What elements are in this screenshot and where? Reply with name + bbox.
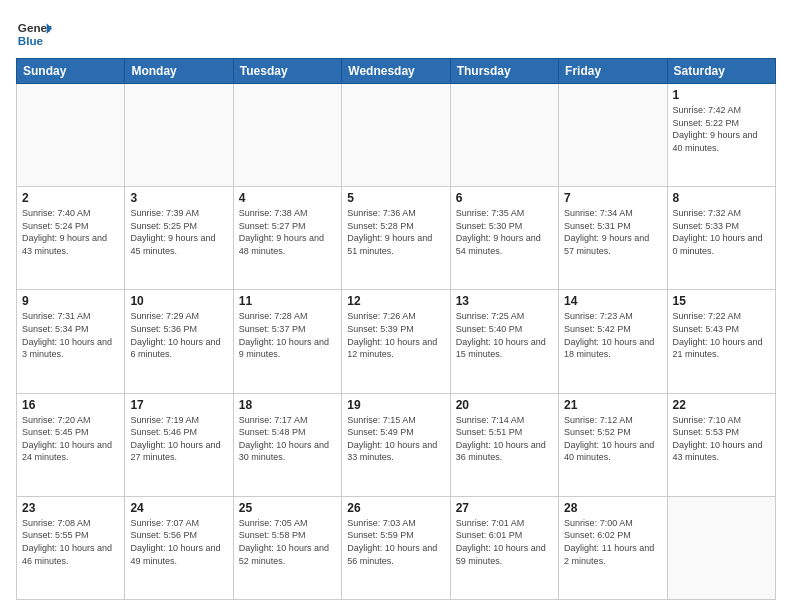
col-header-saturday: Saturday bbox=[667, 59, 775, 84]
day-info: Sunrise: 7:10 AM Sunset: 5:53 PM Dayligh… bbox=[673, 414, 770, 464]
day-number: 16 bbox=[22, 398, 119, 412]
day-number: 20 bbox=[456, 398, 553, 412]
day-number: 14 bbox=[564, 294, 661, 308]
day-info: Sunrise: 7:14 AM Sunset: 5:51 PM Dayligh… bbox=[456, 414, 553, 464]
day-number: 27 bbox=[456, 501, 553, 515]
calendar-cell bbox=[125, 84, 233, 187]
day-info: Sunrise: 7:23 AM Sunset: 5:42 PM Dayligh… bbox=[564, 310, 661, 360]
calendar-cell: 10Sunrise: 7:29 AM Sunset: 5:36 PM Dayli… bbox=[125, 290, 233, 393]
day-number: 26 bbox=[347, 501, 444, 515]
day-number: 28 bbox=[564, 501, 661, 515]
day-info: Sunrise: 7:01 AM Sunset: 6:01 PM Dayligh… bbox=[456, 517, 553, 567]
day-info: Sunrise: 7:31 AM Sunset: 5:34 PM Dayligh… bbox=[22, 310, 119, 360]
day-info: Sunrise: 7:19 AM Sunset: 5:46 PM Dayligh… bbox=[130, 414, 227, 464]
day-info: Sunrise: 7:40 AM Sunset: 5:24 PM Dayligh… bbox=[22, 207, 119, 257]
calendar-cell: 24Sunrise: 7:07 AM Sunset: 5:56 PM Dayli… bbox=[125, 496, 233, 599]
day-info: Sunrise: 7:15 AM Sunset: 5:49 PM Dayligh… bbox=[347, 414, 444, 464]
day-info: Sunrise: 7:32 AM Sunset: 5:33 PM Dayligh… bbox=[673, 207, 770, 257]
calendar-cell bbox=[450, 84, 558, 187]
col-header-sunday: Sunday bbox=[17, 59, 125, 84]
day-number: 3 bbox=[130, 191, 227, 205]
day-number: 24 bbox=[130, 501, 227, 515]
col-header-tuesday: Tuesday bbox=[233, 59, 341, 84]
day-number: 8 bbox=[673, 191, 770, 205]
day-info: Sunrise: 7:12 AM Sunset: 5:52 PM Dayligh… bbox=[564, 414, 661, 464]
day-info: Sunrise: 7:00 AM Sunset: 6:02 PM Dayligh… bbox=[564, 517, 661, 567]
calendar-cell: 16Sunrise: 7:20 AM Sunset: 5:45 PM Dayli… bbox=[17, 393, 125, 496]
day-number: 9 bbox=[22, 294, 119, 308]
day-info: Sunrise: 7:36 AM Sunset: 5:28 PM Dayligh… bbox=[347, 207, 444, 257]
day-number: 17 bbox=[130, 398, 227, 412]
col-header-wednesday: Wednesday bbox=[342, 59, 450, 84]
calendar-cell: 22Sunrise: 7:10 AM Sunset: 5:53 PM Dayli… bbox=[667, 393, 775, 496]
day-number: 23 bbox=[22, 501, 119, 515]
day-info: Sunrise: 7:38 AM Sunset: 5:27 PM Dayligh… bbox=[239, 207, 336, 257]
day-info: Sunrise: 7:07 AM Sunset: 5:56 PM Dayligh… bbox=[130, 517, 227, 567]
calendar-cell: 13Sunrise: 7:25 AM Sunset: 5:40 PM Dayli… bbox=[450, 290, 558, 393]
day-number: 4 bbox=[239, 191, 336, 205]
week-row-1: 2Sunrise: 7:40 AM Sunset: 5:24 PM Daylig… bbox=[17, 187, 776, 290]
day-info: Sunrise: 7:42 AM Sunset: 5:22 PM Dayligh… bbox=[673, 104, 770, 154]
day-number: 12 bbox=[347, 294, 444, 308]
header-row: SundayMondayTuesdayWednesdayThursdayFrid… bbox=[17, 59, 776, 84]
week-row-2: 9Sunrise: 7:31 AM Sunset: 5:34 PM Daylig… bbox=[17, 290, 776, 393]
calendar-table: SundayMondayTuesdayWednesdayThursdayFrid… bbox=[16, 58, 776, 600]
day-number: 5 bbox=[347, 191, 444, 205]
day-info: Sunrise: 7:35 AM Sunset: 5:30 PM Dayligh… bbox=[456, 207, 553, 257]
week-row-3: 16Sunrise: 7:20 AM Sunset: 5:45 PM Dayli… bbox=[17, 393, 776, 496]
calendar-cell: 3Sunrise: 7:39 AM Sunset: 5:25 PM Daylig… bbox=[125, 187, 233, 290]
calendar-cell: 11Sunrise: 7:28 AM Sunset: 5:37 PM Dayli… bbox=[233, 290, 341, 393]
calendar-cell: 25Sunrise: 7:05 AM Sunset: 5:58 PM Dayli… bbox=[233, 496, 341, 599]
day-number: 11 bbox=[239, 294, 336, 308]
calendar-cell: 19Sunrise: 7:15 AM Sunset: 5:49 PM Dayli… bbox=[342, 393, 450, 496]
calendar-cell: 4Sunrise: 7:38 AM Sunset: 5:27 PM Daylig… bbox=[233, 187, 341, 290]
calendar-cell: 9Sunrise: 7:31 AM Sunset: 5:34 PM Daylig… bbox=[17, 290, 125, 393]
calendar-cell: 27Sunrise: 7:01 AM Sunset: 6:01 PM Dayli… bbox=[450, 496, 558, 599]
day-info: Sunrise: 7:20 AM Sunset: 5:45 PM Dayligh… bbox=[22, 414, 119, 464]
calendar-cell: 15Sunrise: 7:22 AM Sunset: 5:43 PM Dayli… bbox=[667, 290, 775, 393]
day-info: Sunrise: 7:26 AM Sunset: 5:39 PM Dayligh… bbox=[347, 310, 444, 360]
day-number: 2 bbox=[22, 191, 119, 205]
logo: General Blue bbox=[16, 16, 54, 52]
calendar-cell: 7Sunrise: 7:34 AM Sunset: 5:31 PM Daylig… bbox=[559, 187, 667, 290]
day-info: Sunrise: 7:05 AM Sunset: 5:58 PM Dayligh… bbox=[239, 517, 336, 567]
day-number: 19 bbox=[347, 398, 444, 412]
calendar-cell: 17Sunrise: 7:19 AM Sunset: 5:46 PM Dayli… bbox=[125, 393, 233, 496]
calendar-cell: 1Sunrise: 7:42 AM Sunset: 5:22 PM Daylig… bbox=[667, 84, 775, 187]
day-info: Sunrise: 7:29 AM Sunset: 5:36 PM Dayligh… bbox=[130, 310, 227, 360]
col-header-friday: Friday bbox=[559, 59, 667, 84]
col-header-monday: Monday bbox=[125, 59, 233, 84]
calendar-cell: 21Sunrise: 7:12 AM Sunset: 5:52 PM Dayli… bbox=[559, 393, 667, 496]
col-header-thursday: Thursday bbox=[450, 59, 558, 84]
day-info: Sunrise: 7:03 AM Sunset: 5:59 PM Dayligh… bbox=[347, 517, 444, 567]
day-number: 25 bbox=[239, 501, 336, 515]
day-info: Sunrise: 7:17 AM Sunset: 5:48 PM Dayligh… bbox=[239, 414, 336, 464]
day-number: 18 bbox=[239, 398, 336, 412]
calendar-cell: 12Sunrise: 7:26 AM Sunset: 5:39 PM Dayli… bbox=[342, 290, 450, 393]
day-number: 7 bbox=[564, 191, 661, 205]
calendar-cell bbox=[342, 84, 450, 187]
calendar-cell: 28Sunrise: 7:00 AM Sunset: 6:02 PM Dayli… bbox=[559, 496, 667, 599]
day-number: 21 bbox=[564, 398, 661, 412]
calendar-cell: 5Sunrise: 7:36 AM Sunset: 5:28 PM Daylig… bbox=[342, 187, 450, 290]
week-row-4: 23Sunrise: 7:08 AM Sunset: 5:55 PM Dayli… bbox=[17, 496, 776, 599]
header: General Blue bbox=[16, 12, 776, 52]
calendar-cell: 18Sunrise: 7:17 AM Sunset: 5:48 PM Dayli… bbox=[233, 393, 341, 496]
svg-text:Blue: Blue bbox=[18, 34, 44, 47]
day-info: Sunrise: 7:22 AM Sunset: 5:43 PM Dayligh… bbox=[673, 310, 770, 360]
calendar-cell bbox=[667, 496, 775, 599]
day-info: Sunrise: 7:39 AM Sunset: 5:25 PM Dayligh… bbox=[130, 207, 227, 257]
day-number: 15 bbox=[673, 294, 770, 308]
day-number: 1 bbox=[673, 88, 770, 102]
page: General Blue SundayMondayTuesdayWednesda… bbox=[0, 0, 792, 612]
day-number: 6 bbox=[456, 191, 553, 205]
calendar-cell bbox=[233, 84, 341, 187]
calendar-cell: 20Sunrise: 7:14 AM Sunset: 5:51 PM Dayli… bbox=[450, 393, 558, 496]
calendar-cell: 26Sunrise: 7:03 AM Sunset: 5:59 PM Dayli… bbox=[342, 496, 450, 599]
day-info: Sunrise: 7:08 AM Sunset: 5:55 PM Dayligh… bbox=[22, 517, 119, 567]
day-info: Sunrise: 7:25 AM Sunset: 5:40 PM Dayligh… bbox=[456, 310, 553, 360]
day-number: 10 bbox=[130, 294, 227, 308]
calendar-cell: 6Sunrise: 7:35 AM Sunset: 5:30 PM Daylig… bbox=[450, 187, 558, 290]
day-number: 13 bbox=[456, 294, 553, 308]
calendar-cell: 23Sunrise: 7:08 AM Sunset: 5:55 PM Dayli… bbox=[17, 496, 125, 599]
